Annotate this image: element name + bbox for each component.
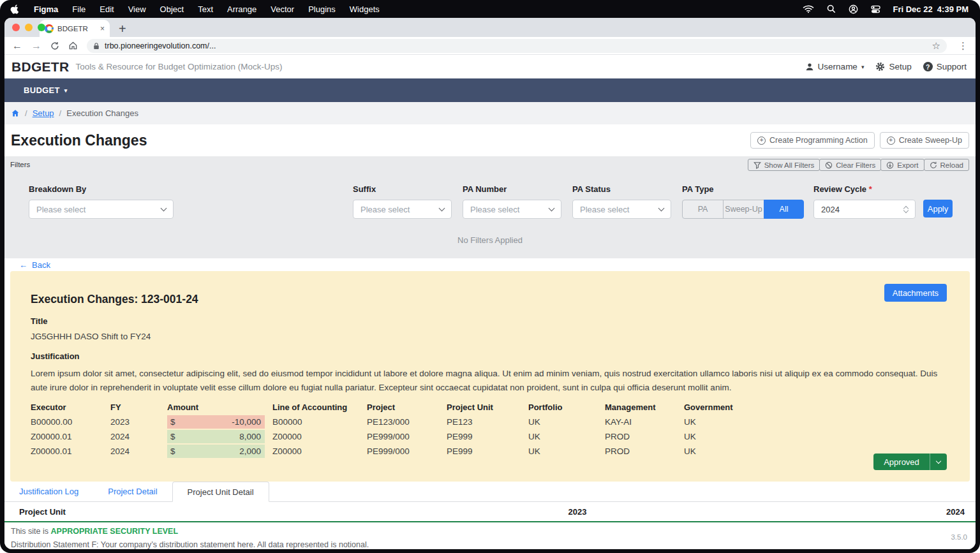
breakdown-by-label: Breakdown By [29,184,174,194]
execution-change-card: Attachments Execution Changes: 123-001-2… [10,271,970,482]
url-text: trbo.pioneeringevolution.com/... [105,41,927,50]
table-cell: Z00000 [272,429,367,444]
close-window-button[interactable] [12,24,20,31]
filter-pa-status: PA Status Please select [572,184,671,219]
table-cell: B00000.00 [31,415,110,429]
menubar-item-object[interactable]: Object [160,4,184,14]
user-menu-icon[interactable] [849,4,858,14]
breakdown-by-select[interactable]: Please select [29,200,174,219]
approved-button[interactable]: Approved [873,453,930,470]
table-cell: PE123 [447,415,528,429]
menubar-item-arrange[interactable]: Arrange [227,4,256,14]
bookmark-star-icon[interactable]: ☆ [932,40,940,52]
control-center-icon[interactable] [871,4,880,14]
reload-button[interactable]: Reload [924,159,969,171]
show-all-filters-button[interactable]: Show All Filters [748,159,820,171]
filters-label: Filters [10,159,30,168]
menubar-app-name[interactable]: Figma [34,4,58,14]
attachments-button[interactable]: Attachments [884,284,947,302]
export-icon [886,161,894,169]
filters-panel: Filters Show All Filters Clear Filters E… [4,156,976,258]
spinner-icon [904,207,908,212]
menubar-clock[interactable]: Fri Dec 22 4:39 PM [893,4,969,14]
table-cell: PROD [605,429,684,444]
support-link[interactable]: ? Support [923,62,967,71]
table-cell: 2023 [110,415,167,429]
apply-button[interactable]: Apply [923,200,953,218]
table-cell: PE123/000 [367,415,447,429]
close-tab-icon[interactable]: × [100,24,105,33]
browser-tab[interactable]: BDGETR × [40,20,110,37]
table-cell: PROD [605,444,684,459]
reload-icon[interactable] [50,41,59,50]
table-cell: PE999 [447,429,528,444]
breadcrumb-home-icon[interactable] [11,109,20,117]
apple-icon[interactable] [10,4,20,15]
back-icon[interactable]: ← [12,41,22,51]
changes-table: ExecutorFYAmountLine of AccountingProjec… [31,400,949,459]
suffix-value: Please select [360,205,410,214]
clear-filters-label: Clear Filters [836,161,875,169]
filter-suffix: Suffix Please select [353,184,452,219]
chevron-down-icon: ▾ [861,64,865,70]
review-cycle-select[interactable]: 2024 [813,200,916,219]
create-sweep-up-label: Create Sweep-Up [899,136,962,145]
suffix-label: Suffix [353,184,452,194]
new-tab-button[interactable]: + [119,22,126,35]
filter-pa-number: PA Number Please select [463,184,561,219]
amount-cell: $8,000 [167,429,272,444]
amount-cell: $2,000 [167,444,272,459]
slash-circle-icon [825,161,833,169]
pa-type-label: PA Type [682,184,804,194]
clear-filters-button[interactable]: Clear Filters [819,159,881,171]
breadcrumb-separator: / [59,108,62,118]
forward-icon[interactable]: → [31,41,41,51]
status-dropdown-toggle[interactable] [930,453,947,470]
create-sweep-up-button[interactable]: + Create Sweep-Up [880,132,969,149]
pa-type-option-pa[interactable]: PA [682,200,724,219]
menubar-item-edit[interactable]: Edit [100,4,114,14]
filter-breakdown-by: Breakdown By Please select [29,184,174,219]
suffix-select[interactable]: Please select [353,200,452,219]
url-field[interactable]: trbo.pioneeringevolution.com/... ☆ [87,39,947,53]
menubar-item-text[interactable]: Text [198,4,213,14]
show-all-filters-label: Show All Filters [764,161,815,169]
menubar-item-vector[interactable]: Vector [271,4,294,14]
wifi-icon[interactable] [803,4,814,13]
setup-link[interactable]: Setup [875,62,911,71]
menubar-item-view[interactable]: View [128,4,146,14]
pa-status-value: Please select [580,205,629,214]
app-logo[interactable]: BDGETR [11,59,69,75]
search-icon[interactable] [827,4,836,13]
user-menu[interactable]: Username ▾ [805,62,865,71]
browser-window: BDGETR × + ← → trbo.pioneeringevolution.… [4,18,976,549]
project-unit-header-row: Project Unit 2023 2024 [4,502,976,522]
tab-project-unit-detail[interactable]: Project Unit Detail [172,482,269,502]
menubar-item-file[interactable]: File [72,4,85,14]
project-unit-column-header: Project Unit [19,507,66,517]
app-header: BDGETR Tools & Resource for Budget Optim… [4,55,976,78]
funnel-icon [754,161,761,169]
pa-type-segmented-control: PA Sweep-Up All [682,200,804,219]
menubar-item-widgets[interactable]: Widgets [350,4,380,14]
pa-type-option-sweep-up[interactable]: Sweep-Up [723,200,764,219]
tab-project-detail[interactable]: Project Detail [93,482,172,501]
primary-nav: BUDGET ▾ [4,78,976,102]
create-programming-action-button[interactable]: + Create Programming Action [750,132,875,149]
breadcrumb-setup-link[interactable]: Setup [33,108,54,118]
nav-budget-menu[interactable]: BUDGET ▾ [24,85,68,95]
table-header-row: ExecutorFYAmountLine of AccountingProjec… [31,400,949,415]
pa-status-select[interactable]: Please select [572,200,671,219]
pa-type-option-all[interactable]: All [764,200,804,219]
menubar-item-plugins[interactable]: Plugins [308,4,336,14]
export-button[interactable]: Export [880,159,924,171]
distribution-statement: Distribution Statement F: Your company’s… [11,540,976,549]
browser-menu-icon[interactable]: ⋮ [958,40,968,52]
table-cell: UK [684,415,949,429]
lock-icon [93,42,100,50]
minimize-window-button[interactable] [25,24,33,31]
home-icon[interactable] [68,41,78,50]
back-link[interactable]: ← Back [19,260,50,270]
tab-justification-log[interactable]: Justification Log [4,482,93,501]
pa-number-select[interactable]: Please select [463,200,561,219]
